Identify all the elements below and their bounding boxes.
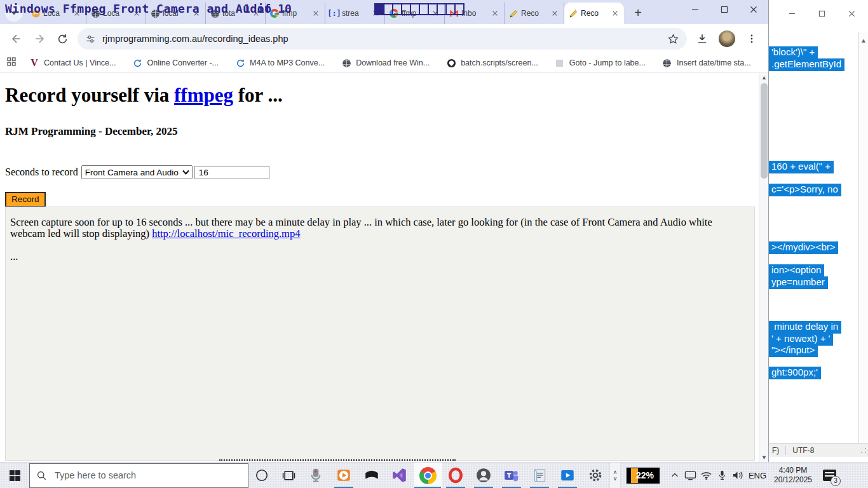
- editor-maximize-button[interactable]: [807, 5, 837, 22]
- tab-list: LocaLocalocaltotaffmp[:]streaffmpInboRec…: [27, 0, 624, 24]
- scroll-up-chevron-icon[interactable]: ∧: [613, 469, 618, 475]
- bookmark-list: VContact Us | Vince...Online Converter -…: [29, 58, 768, 68]
- record-button[interactable]: Record: [5, 192, 46, 207]
- tab-close-icon[interactable]: [430, 8, 440, 18]
- movies-tv-taskbar-icon[interactable]: [553, 463, 581, 488]
- tab-loca-1[interactable]: Loca: [86, 3, 146, 24]
- download-icon[interactable]: [694, 30, 710, 47]
- editor-scrollbar[interactable]: ▲: [858, 32, 868, 443]
- selected-code-line: 160 + eval(" +: [769, 161, 834, 173]
- tab-reco-9[interactable]: Reco: [564, 3, 624, 24]
- scroll-up-icon[interactable]: ▲: [759, 73, 769, 82]
- editor-minimize-button[interactable]: [777, 5, 807, 22]
- forward-button[interactable]: [31, 30, 48, 47]
- bookmark-item-0[interactable]: VContact Us | Vince...: [29, 58, 116, 68]
- bookmark-item-3[interactable]: Download free Win...: [341, 58, 430, 68]
- pencil-favicon: [568, 8, 578, 18]
- bookmark-item-4[interactable]: batch.scripts/screen...: [446, 58, 538, 68]
- bookmark-star-icon[interactable]: [667, 33, 679, 45]
- page-scrollbar[interactable]: ▲ ▼: [759, 73, 768, 462]
- bookmark-item-5[interactable]: Goto - Jump to labe...: [555, 58, 646, 68]
- tab-tota-3[interactable]: tota: [206, 3, 266, 24]
- seconds-input[interactable]: 16: [194, 166, 269, 179]
- voice-recorder-taskbar-icon[interactable]: [302, 463, 330, 488]
- tab-ffmp-4[interactable]: ffmp: [266, 3, 325, 24]
- new-tab-button[interactable]: +: [629, 4, 647, 22]
- close-button[interactable]: [739, 0, 768, 19]
- clock[interactable]: 4:40 PM 20/12/2025: [769, 466, 817, 485]
- tab-close-icon[interactable]: [191, 8, 201, 18]
- bookmark-item-2[interactable]: M4A to MP3 Conve...: [235, 58, 325, 68]
- teams-taskbar-icon[interactable]: [498, 463, 526, 488]
- tab-close-icon[interactable]: [370, 8, 381, 18]
- cast-display-icon[interactable]: [682, 463, 698, 488]
- bookmark-label: Contact Us | Vince...: [44, 58, 116, 67]
- microphone-icon[interactable]: [714, 463, 730, 488]
- battery-widget[interactable]: 22%: [626, 467, 660, 484]
- tab-strea-5[interactable]: [:]strea: [325, 3, 385, 24]
- menu-kebab-icon[interactable]: [743, 30, 760, 47]
- tab-close-icon[interactable]: [490, 8, 500, 18]
- hidden-icons-chevron[interactable]: [667, 463, 682, 488]
- url-text[interactable]: rjmprogramming.com.au/recording_ideas.ph…: [102, 34, 667, 44]
- capture-type-select[interactable]: Front Camera and Audio: [81, 165, 193, 179]
- brackets-favicon: [:]: [329, 8, 339, 18]
- globe-favicon: [210, 8, 220, 18]
- bookmark-item-1[interactable]: Online Converter -...: [132, 58, 219, 68]
- back-button[interactable]: [8, 30, 25, 47]
- tab-ffmp-6[interactable]: ffmp: [385, 3, 445, 24]
- media-player-taskbar-icon[interactable]: [330, 463, 358, 488]
- maximize-button[interactable]: [710, 0, 739, 19]
- task-view-button[interactable]: [275, 463, 302, 488]
- apps-grid-icon[interactable]: [6, 57, 17, 69]
- taskbar-scroll-arrows[interactable]: ∧∨: [609, 463, 621, 488]
- tab-label: tota: [222, 9, 248, 18]
- minimize-button[interactable]: [681, 0, 710, 19]
- wifi-icon[interactable]: [698, 463, 714, 488]
- action-center-button[interactable]: 3: [817, 463, 841, 488]
- tab-close-icon[interactable]: [550, 8, 560, 18]
- tab-close-icon[interactable]: [610, 8, 620, 18]
- address-bar[interactable]: rjmprogramming.com.au/recording_ideas.ph…: [78, 28, 687, 50]
- bookmark-item-6[interactable]: Insert date/time sta...: [662, 58, 751, 68]
- site-settings-icon[interactable]: [85, 34, 96, 44]
- cortana-button[interactable]: [248, 463, 275, 488]
- notepad-taskbar-icon[interactable]: [526, 463, 553, 488]
- editor-close-button[interactable]: [837, 5, 867, 22]
- select-value: Front Camera and Audio: [85, 168, 179, 177]
- recording-link[interactable]: http://localhost/mic_recording.mp4: [152, 227, 300, 240]
- taskbar-search-input[interactable]: Type here to search: [29, 463, 248, 488]
- start-button[interactable]: [0, 463, 29, 488]
- profile-avatar[interactable]: [719, 30, 735, 47]
- github-desktop-taskbar-icon[interactable]: [470, 463, 498, 488]
- tab-close-icon[interactable]: [72, 8, 82, 18]
- tab-close-icon[interactable]: [251, 8, 261, 18]
- settings-taskbar-icon[interactable]: [581, 463, 609, 488]
- ffmpeg-link[interactable]: ffmpeg: [174, 84, 233, 106]
- tab-inbo-7[interactable]: Inbo: [445, 3, 505, 24]
- tab-local-2[interactable]: local: [146, 3, 206, 24]
- pencil-favicon: [508, 8, 519, 18]
- scroll-down-chevron-icon[interactable]: ∨: [613, 475, 618, 482]
- chrome-taskbar-icon[interactable]: [414, 463, 442, 488]
- reload-button[interactable]: [54, 30, 71, 47]
- bookmark-label: batch.scripts/screen...: [461, 58, 538, 67]
- tab-close-icon[interactable]: [311, 8, 321, 18]
- speaker-icon[interactable]: [730, 463, 746, 488]
- scrollbar-thumb[interactable]: [761, 83, 768, 179]
- tab-loca-0[interactable]: Loca: [27, 3, 86, 24]
- resize-grip[interactable]: [860, 447, 867, 454]
- tab-close-icon[interactable]: [132, 8, 142, 18]
- encoding-status: UTF-8: [792, 446, 814, 455]
- editor-scroll-up-icon[interactable]: ▲: [859, 37, 868, 44]
- visual-studio-taskbar-icon[interactable]: [386, 463, 414, 488]
- language-indicator[interactable]: ENG: [746, 471, 769, 480]
- heading-text-tail: for ...: [233, 84, 283, 106]
- wallet-taskbar-icon[interactable]: [358, 463, 386, 488]
- bookmark-label: M4A to MP3 Conve...: [250, 58, 325, 67]
- opera-taskbar-icon[interactable]: [442, 463, 470, 488]
- tab-search-button[interactable]: [5, 4, 23, 22]
- scroll-down-icon[interactable]: ▼: [759, 453, 769, 462]
- tab-reco-8[interactable]: Reco: [505, 3, 564, 24]
- record-form: Seconds to record Front Camera and Audio…: [5, 165, 759, 179]
